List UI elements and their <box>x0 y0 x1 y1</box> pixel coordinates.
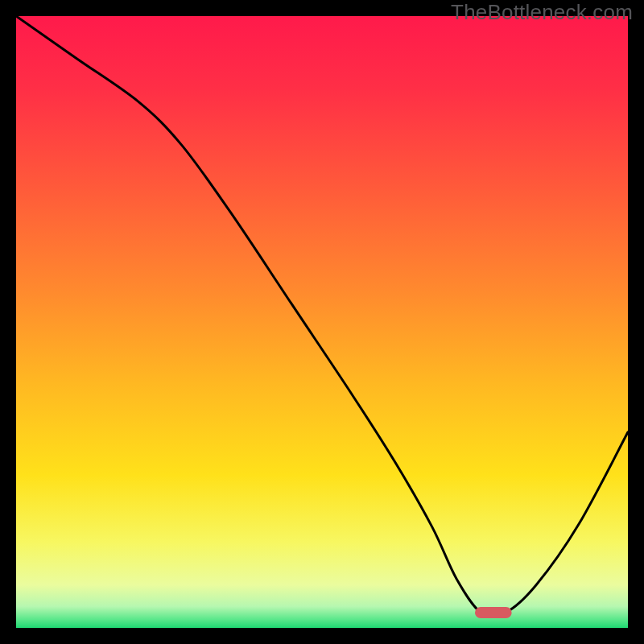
watermark-label: TheBottleneck.com <box>451 0 633 25</box>
bottleneck-chart <box>16 16 628 628</box>
chart-frame <box>16 16 628 628</box>
gradient-background <box>16 16 628 628</box>
optimal-marker <box>475 607 512 618</box>
